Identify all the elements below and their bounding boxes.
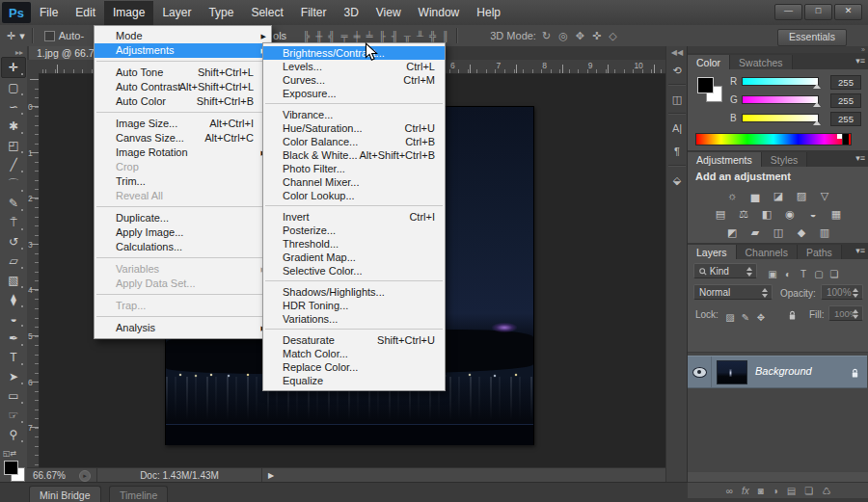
- link-layers-icon[interactable]: ∞: [726, 486, 733, 496]
- submenu-item-selective-color[interactable]: Selective Color...: [263, 264, 445, 277]
- align-button-1[interactable]: ╫: [315, 31, 322, 41]
- foreground-color-swatch[interactable]: [4, 461, 18, 475]
- foreground-color-swatch[interactable]: [697, 77, 714, 93]
- gradient-tool[interactable]: ▧: [2, 271, 25, 290]
- gradient-map-icon[interactable]: ◆: [792, 225, 811, 240]
- menu-item-calculations[interactable]: Calculations...: [95, 240, 271, 254]
- menu-item-apply-image[interactable]: Apply Image...: [95, 225, 271, 240]
- marquee-tool[interactable]: ▢: [2, 78, 25, 97]
- submenu-item-levels[interactable]: Levels...Ctrl+L: [263, 60, 445, 73]
- hue-saturation-icon[interactable]: ▤: [711, 207, 730, 222]
- tab-styles[interactable]: Styles: [762, 152, 808, 168]
- channel-value[interactable]: 255: [830, 93, 861, 108]
- menu-item-auto-tone[interactable]: Auto ToneShift+Ctrl+L: [95, 66, 271, 80]
- adjustment-layer-icon[interactable]: ◑: [773, 486, 778, 496]
- clone-stamp-tool[interactable]: ⍑: [2, 213, 25, 232]
- menu-item-analysis[interactable]: Analysis▶: [95, 321, 271, 335]
- menubar-item-edit[interactable]: Edit: [67, 1, 104, 25]
- type-layer-filter-icon[interactable]: T: [796, 269, 811, 279]
- menu-item-image-rotation[interactable]: Image Rotation▶: [95, 145, 271, 160]
- adjustment-layer-filter-icon[interactable]: ◐: [780, 269, 796, 279]
- submenu-item-replace-color[interactable]: Replace Color...: [263, 360, 445, 374]
- menubar-item-filter[interactable]: Filter: [292, 1, 336, 25]
- color-lookup-icon[interactable]: ▦: [827, 207, 846, 222]
- blend-mode-dropdown[interactable]: Normal: [693, 284, 773, 300]
- layer-name[interactable]: Background: [755, 365, 812, 377]
- submenu-item-brightness-contrast[interactable]: Brightness/Contrast...: [263, 46, 445, 60]
- status-icon[interactable]: ▸: [79, 470, 91, 482]
- lock-pixels-icon[interactable]: ✎: [738, 312, 753, 323]
- pen-tool[interactable]: ✒: [2, 329, 25, 348]
- submenu-item-gradient-map[interactable]: Gradient Map...: [263, 251, 445, 264]
- shape-layer-filter-icon[interactable]: ▢: [811, 269, 827, 279]
- brush-tool[interactable]: ✎: [2, 194, 25, 213]
- curves-icon[interactable]: ◪: [769, 189, 788, 203]
- color-panel-menu-icon[interactable]: ▾≡: [855, 56, 865, 66]
- menubar-item-view[interactable]: View: [367, 1, 410, 25]
- submenu-item-vibrance[interactable]: Vibrance...: [263, 108, 445, 121]
- posterize-icon[interactable]: ▰: [746, 225, 765, 240]
- channel-value[interactable]: 255: [830, 112, 861, 126]
- align-button-8[interactable]: ╥: [404, 31, 411, 41]
- brightness-contrast-icon[interactable]: ☼: [722, 189, 742, 203]
- layer-visibility-cell[interactable]: [688, 357, 712, 387]
- layer-mask-icon[interactable]: ◙: [758, 486, 764, 496]
- submenu-item-invert[interactable]: InvertCtrl+I: [263, 210, 445, 224]
- slider-thumb-icon[interactable]: [813, 84, 821, 89]
- dock-collapse-icon[interactable]: »: [688, 46, 868, 53]
- hand-tool[interactable]: ☞: [2, 406, 25, 425]
- history-brush-tool[interactable]: ↺: [2, 232, 25, 251]
- vertical-ruler[interactable]: 01234567: [27, 73, 40, 467]
- vibrance-icon[interactable]: ▽: [815, 189, 834, 203]
- black-white-icon[interactable]: ◧: [757, 207, 776, 222]
- 3d-mode-button-3[interactable]: ✜: [592, 30, 601, 42]
- pixel-layer-filter-icon[interactable]: ▣: [765, 269, 780, 279]
- tab-paths[interactable]: Paths: [798, 245, 842, 260]
- invert-icon[interactable]: ◩: [722, 225, 742, 240]
- tool-preset-caret-icon[interactable]: ▾: [19, 30, 25, 42]
- background-layer-row[interactable]: Background: [688, 356, 867, 388]
- submenu-item-photo-filter[interactable]: Photo Filter...: [263, 162, 445, 175]
- menu-item-mode[interactable]: Mode▶: [95, 29, 271, 43]
- menu-item-duplicate[interactable]: Duplicate...: [95, 211, 271, 225]
- menu-item-adjustments[interactable]: Adjustments▶: [95, 43, 271, 58]
- timeline-tab[interactable]: Timeline: [109, 486, 168, 502]
- submenu-item-exposure[interactable]: Exposure...: [263, 87, 445, 100]
- move-tool[interactable]: ✛: [1, 57, 26, 78]
- 3d-mode-button-2[interactable]: ✥: [576, 30, 584, 42]
- slider-thumb-icon[interactable]: [813, 120, 821, 125]
- close-button[interactable]: ✕: [834, 4, 862, 20]
- align-button-11[interactable]: ║: [442, 31, 448, 41]
- menu-item-canvas-size[interactable]: Canvas Size...Alt+Ctrl+C: [95, 131, 271, 145]
- submenu-item-variations[interactable]: Variations...: [263, 312, 445, 326]
- submenu-item-black-white[interactable]: Black & White...Alt+Shift+Ctrl+B: [263, 148, 445, 162]
- tab-color[interactable]: Color: [688, 55, 730, 70]
- dock-expand-icon[interactable]: ◀◀: [666, 46, 688, 59]
- channel-mixer-icon[interactable]: ◒: [803, 207, 823, 222]
- align-button-6[interactable]: ╟: [379, 31, 386, 41]
- photo-filter-icon[interactable]: ◉: [780, 207, 800, 222]
- submenu-item-equalize[interactable]: Equalize: [263, 374, 445, 387]
- eyedropper-tool[interactable]: ╱: [2, 155, 25, 174]
- 3d-mode-button-0[interactable]: ↻: [542, 30, 551, 42]
- character-panel-icon[interactable]: A|: [666, 117, 688, 140]
- new-layer-icon[interactable]: ❏: [804, 486, 813, 496]
- layer-thumbnail[interactable]: [717, 360, 747, 384]
- eraser-tool[interactable]: ▱: [2, 251, 25, 271]
- lasso-tool[interactable]: ∽: [2, 97, 25, 117]
- menubar-item-image[interactable]: Image: [104, 1, 153, 25]
- paragraph-panel-icon[interactable]: ¶: [666, 140, 688, 163]
- mini-bridge-tab[interactable]: Mini Bridge: [29, 486, 101, 502]
- submenu-item-posterize[interactable]: Posterize...: [263, 224, 445, 237]
- menubar-item-3d[interactable]: 3D: [335, 1, 366, 25]
- 3d-panel-icon[interactable]: ⬙: [666, 169, 688, 192]
- align-button-10[interactable]: ╬: [429, 31, 436, 41]
- align-button-0[interactable]: ╠: [303, 31, 310, 41]
- align-button-2[interactable]: ╣: [328, 31, 335, 41]
- menubar-item-select[interactable]: Select: [242, 1, 291, 25]
- menubar-item-type[interactable]: Type: [200, 1, 242, 25]
- align-button-3[interactable]: ╤: [340, 31, 347, 41]
- auto-select-checkbox[interactable]: [44, 31, 55, 41]
- submenu-item-color-balance[interactable]: Color Balance...Ctrl+B: [263, 135, 445, 148]
- submenu-item-hue-saturation[interactable]: Hue/Saturation...Ctrl+U: [263, 121, 445, 135]
